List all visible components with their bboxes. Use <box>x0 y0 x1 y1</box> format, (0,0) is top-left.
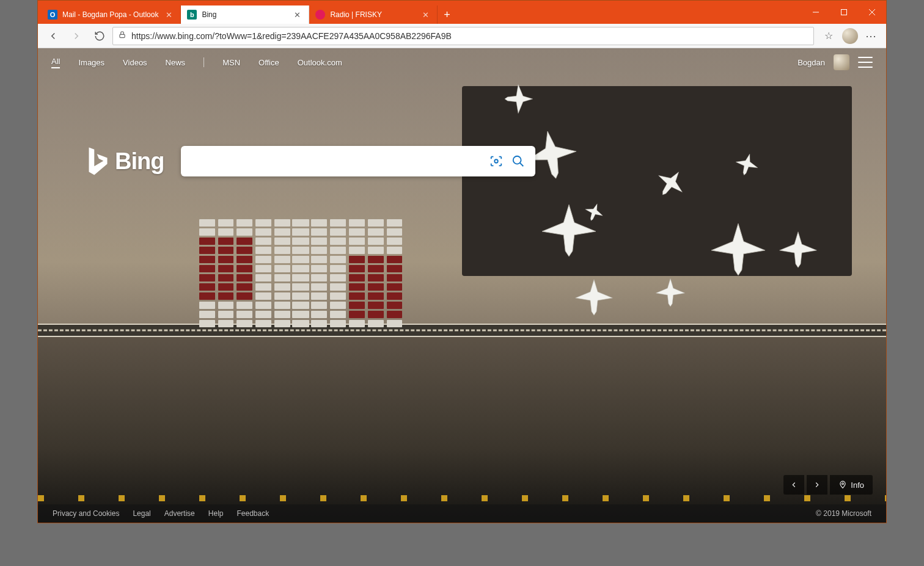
bing-logo-icon <box>84 146 109 176</box>
svg-point-8 <box>842 483 844 485</box>
user-avatar[interactable] <box>834 54 849 70</box>
svg-rect-1 <box>842 10 847 15</box>
minimize-icon <box>812 9 820 16</box>
tarmac <box>38 337 886 523</box>
frisky-icon <box>315 10 325 20</box>
bing-logo-text: Bing <box>115 148 164 175</box>
search-input[interactable] <box>192 156 485 167</box>
nav-link-outlook-com[interactable]: Outlook.com <box>298 58 342 67</box>
back-icon <box>48 31 59 42</box>
image-info-button[interactable]: Info <box>830 475 873 495</box>
visual-search-button[interactable] <box>485 150 507 172</box>
tab-outlook[interactable]: O Mail - Bogdan Popa - Outlook ✕ <box>42 5 181 24</box>
nav-link-news[interactable]: News <box>166 58 186 67</box>
chevron-right-icon <box>813 481 821 489</box>
nav-link-msn[interactable]: MSN <box>222 58 240 67</box>
address-bar-actions: ☆ ⋯ <box>819 28 881 44</box>
maximize-icon <box>840 9 848 16</box>
hamburger-menu[interactable] <box>858 57 873 68</box>
tab-bing[interactable]: b Bing ✕ <box>181 5 309 24</box>
url-input[interactable] <box>131 31 809 41</box>
close-tab-button[interactable]: ✕ <box>420 9 431 20</box>
svg-rect-4 <box>120 34 125 37</box>
titlebar: O Mail - Bogdan Popa - Outlook ✕ b Bing … <box>38 1 886 24</box>
nav-link-all[interactable]: All <box>51 57 60 68</box>
svg-point-5 <box>495 159 499 163</box>
nav-link-videos[interactable]: Videos <box>123 58 147 67</box>
close-icon <box>868 9 876 16</box>
info-label: Info <box>851 481 864 490</box>
close-tab-button[interactable]: ✕ <box>292 9 302 20</box>
tab-frisky[interactable]: Radio | FRISKY ✕ <box>309 5 438 24</box>
bing-nav-links: AllImagesVideosNewsMSNOfficeOutlook.com <box>51 57 342 68</box>
search-icon <box>512 154 525 168</box>
camera-icon <box>490 154 503 168</box>
address-bar: ☆ ⋯ <box>38 24 886 48</box>
image-info-controls: Info <box>783 475 873 495</box>
footer-link-feedback[interactable]: Feedback <box>237 509 269 518</box>
tab-title: Mail - Bogdan Popa - Outlook <box>62 10 158 19</box>
svg-point-6 <box>513 156 521 164</box>
nav-separator <box>204 57 204 67</box>
footer-copyright: © 2019 Microsoft <box>816 509 871 518</box>
refresh-button[interactable] <box>89 26 110 46</box>
car-lot <box>292 219 402 341</box>
nav-link-images[interactable]: Images <box>78 58 105 67</box>
tab-title: Bing <box>202 10 216 19</box>
svg-line-7 <box>520 163 524 167</box>
chevron-left-icon <box>790 481 798 489</box>
more-menu-button[interactable]: ⋯ <box>862 29 881 43</box>
maximize-button[interactable] <box>830 1 858 24</box>
footer-link-help[interactable]: Help <box>208 509 224 518</box>
lock-icon <box>118 31 127 41</box>
refresh-icon <box>94 31 105 42</box>
close-tab-button[interactable]: ✕ <box>163 9 174 20</box>
profile-avatar[interactable] <box>842 28 858 44</box>
search-box[interactable] <box>181 146 535 176</box>
tab-title: Radio | FRISKY <box>330 10 381 19</box>
new-tab-button[interactable]: + <box>438 5 456 24</box>
bing-footer: Privacy and CookiesLegalAdvertiseHelpFee… <box>38 504 886 523</box>
runway <box>38 324 886 337</box>
prev-image-button[interactable] <box>783 475 804 495</box>
url-box[interactable] <box>112 27 814 45</box>
outlook-icon: O <box>48 10 57 20</box>
bing-header-right: Bogdan <box>798 54 873 70</box>
forward-icon <box>71 31 82 42</box>
search-button[interactable] <box>507 150 529 172</box>
minimize-button[interactable] <box>802 1 830 24</box>
nav-link-office[interactable]: Office <box>258 58 279 67</box>
browser-window: O Mail - Bogdan Popa - Outlook ✕ b Bing … <box>37 0 887 523</box>
back-button[interactable] <box>43 26 64 46</box>
tab-strip: O Mail - Bogdan Popa - Outlook ✕ b Bing … <box>42 1 456 24</box>
forward-button[interactable] <box>66 26 87 46</box>
window-controls <box>802 1 886 24</box>
close-window-button[interactable] <box>858 1 886 24</box>
user-name[interactable]: Bogdan <box>798 58 825 67</box>
page-viewport: AllImagesVideosNewsMSNOfficeOutlook.com … <box>38 48 886 523</box>
apron <box>462 86 852 276</box>
bing-icon: b <box>187 10 197 20</box>
location-icon <box>838 481 847 489</box>
footer-link-privacy-and-cookies[interactable]: Privacy and Cookies <box>53 509 119 518</box>
footer-link-advertise[interactable]: Advertise <box>164 509 195 518</box>
bing-header: AllImagesVideosNewsMSNOfficeOutlook.com … <box>38 48 886 76</box>
footer-links: Privacy and CookiesLegalAdvertiseHelpFee… <box>53 509 269 518</box>
next-image-button[interactable] <box>807 475 827 495</box>
bing-search-region: Bing <box>84 146 535 176</box>
favorite-button[interactable]: ☆ <box>819 30 838 42</box>
footer-link-legal[interactable]: Legal <box>133 509 150 518</box>
bing-logo[interactable]: Bing <box>84 146 164 176</box>
